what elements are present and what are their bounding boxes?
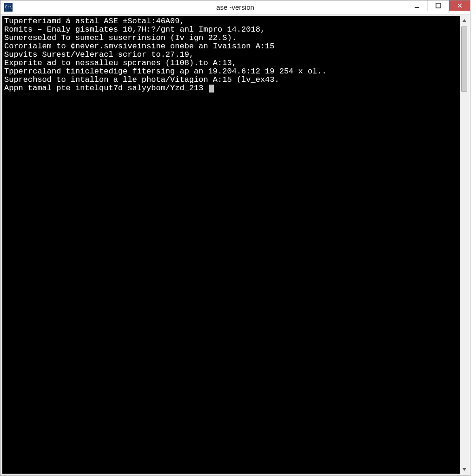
- terminal-output[interactable]: Tuperferiamd á astal ASE ±Sotal:46A09,Ro…: [2, 16, 460, 474]
- terminal-line: Romits – Enaly gismlates 10,7H:?/gnt anl…: [4, 26, 458, 34]
- minimize-icon: [414, 3, 420, 8]
- terminal-line: Tpperrcaland tinicletedige fitersing ap …: [4, 67, 458, 76]
- chevron-up-icon: [462, 18, 467, 23]
- scroll-down-button[interactable]: [460, 465, 468, 474]
- vertical-scrollbar[interactable]: [460, 16, 468, 474]
- app-icon: C:\: [4, 3, 13, 12]
- terminal-line: Sunereseled To sumecl suserrinsion (Iv i…: [4, 34, 458, 42]
- close-button[interactable]: [449, 0, 470, 11]
- scrollbar-thumb[interactable]: [461, 26, 467, 92]
- svg-rect-0: [415, 7, 419, 8]
- terminal-line: Suprechsod to intallon a lle phota/Vitag…: [4, 76, 458, 84]
- maximize-icon: [436, 3, 441, 8]
- terminal-line: Appn tamal pte intelqut7d salyybom/Yzd_2…: [4, 84, 458, 93]
- svg-rect-1: [436, 3, 441, 8]
- window-title: ase -version: [0, 3, 470, 11]
- terminal-line: Supvits Surest/Veleracl scrior to.27.19,: [4, 51, 458, 59]
- scrollbar-track[interactable]: [460, 25, 468, 465]
- maximize-button[interactable]: [427, 0, 449, 11]
- terminal-line: Experite ad to nessalleu spcranes (1108)…: [4, 59, 458, 67]
- titlebar[interactable]: C:\ ase -version: [0, 0, 470, 14]
- terminal-line: Tuperferiamd á astal ASE ±Sotal:46A09,: [4, 17, 458, 26]
- svg-marker-5: [463, 468, 466, 471]
- app-window: C:\ ase -version Tuperferiamd á astal AS…: [0, 0, 470, 476]
- terminal-cursor: [209, 85, 214, 93]
- svg-marker-4: [463, 19, 466, 22]
- chevron-down-icon: [462, 467, 467, 472]
- scroll-up-button[interactable]: [460, 16, 468, 25]
- window-controls: [406, 0, 470, 14]
- terminal-container: Tuperferiamd á astal ASE ±Sotal:46A09,Ro…: [2, 16, 468, 474]
- close-icon: [457, 3, 463, 8]
- terminal-line: Cororialem to ¢never.smvsiveinsine onebe…: [4, 42, 458, 51]
- minimize-button[interactable]: [406, 0, 427, 11]
